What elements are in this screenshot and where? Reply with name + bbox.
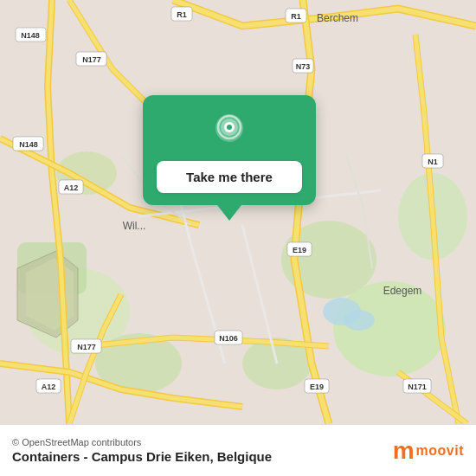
bottom-bar: © OpenStreetMap contributors Containers … (0, 424, 476, 476)
moovit-logo: m moovit (393, 439, 464, 463)
svg-text:N73: N73 (296, 62, 311, 71)
svg-point-47 (227, 125, 232, 130)
popup-tail (217, 205, 241, 221)
svg-text:E19: E19 (310, 383, 324, 391)
popup-card: Take me there (143, 95, 316, 205)
svg-point-10 (344, 310, 375, 331)
svg-text:N171: N171 (408, 383, 427, 391)
svg-text:N148: N148 (21, 31, 40, 40)
svg-text:A12: A12 (64, 183, 79, 192)
take-me-there-button[interactable]: Take me there (157, 161, 302, 193)
svg-text:N177: N177 (77, 343, 96, 351)
bottom-left: © OpenStreetMap contributors Containers … (12, 437, 272, 464)
svg-text:Berchem: Berchem (317, 12, 358, 24)
svg-text:N177: N177 (82, 55, 101, 64)
svg-text:N1: N1 (428, 158, 438, 166)
osm-credit: © OpenStreetMap contributors (12, 437, 272, 447)
svg-text:R1: R1 (177, 10, 187, 19)
svg-text:Edegem: Edegem (383, 285, 422, 297)
svg-text:N106: N106 (219, 334, 238, 343)
svg-text:Wil...: Wil... (123, 220, 146, 232)
moovit-m-icon: m (393, 439, 415, 463)
svg-text:N148: N148 (19, 140, 38, 149)
svg-text:A12: A12 (42, 383, 56, 391)
svg-text:E19: E19 (293, 246, 306, 254)
location-pin-icon (209, 111, 250, 152)
svg-text:R1: R1 (291, 12, 301, 21)
moovit-brand-text: moovit (416, 443, 464, 459)
location-name: Containers - Campus Drie Eiken, Belgique (12, 449, 272, 464)
map-popup: Take me there (134, 95, 325, 221)
